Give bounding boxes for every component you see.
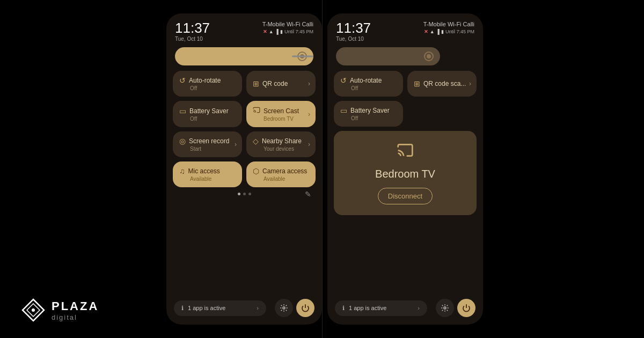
cast-icon xyxy=(253,106,260,115)
camera-icon: ⬡ xyxy=(253,167,259,175)
pill-arrow-left: › xyxy=(257,305,259,311)
svg-point-1 xyxy=(283,307,285,309)
right-qr-icon: ⊞ xyxy=(414,79,420,88)
logo-brand-text: PLAZA xyxy=(52,299,99,313)
tiles-row-4: ♫ Mic access Available ⬡ Camera access A… xyxy=(173,161,316,187)
tile-nearby-share[interactable]: ◇ Nearby Share Your devices › xyxy=(246,131,316,157)
battery-saver-label: Battery Saver xyxy=(189,107,229,115)
cast-label: Screen Cast xyxy=(264,107,299,115)
wifi-icon: ▲ xyxy=(269,29,274,34)
mic-icon: ♫ xyxy=(179,167,185,175)
record-label: Screen record xyxy=(189,137,229,145)
cast-popup: Bedroom TV Disconnect xyxy=(334,131,477,215)
cast-popup-icon xyxy=(397,142,414,163)
right-tiles-grid: ↺ Auto-rotate Off ⊞ QR code sca... › xyxy=(327,71,483,127)
tile-auto-rotate[interactable]: ↺ Auto-rotate Off xyxy=(173,71,242,97)
plaza-logo-icon xyxy=(21,298,45,322)
main-container: 11:37 Tue, Oct 10 T-Mobile Wi-Fi Calli ✕… xyxy=(0,0,644,338)
record-sublabel: Start xyxy=(179,146,236,152)
right-tiles-row-1: ↺ Auto-rotate Off ⊞ QR code sca... › xyxy=(334,71,477,97)
record-icon: ◎ xyxy=(179,137,186,145)
tile-screen-record[interactable]: ◎ Screen record Start › xyxy=(173,131,242,157)
right-battery-saver-icon: ▭ xyxy=(340,106,347,115)
right-tiles-row-2: ▭ Battery Saver Off xyxy=(334,101,477,127)
tiles-row-3: ◎ Screen record Start › ◇ Nearby Share Y… xyxy=(173,131,316,157)
right-info-icon: ℹ xyxy=(342,305,345,312)
tile-auto-rotate-header: ↺ Auto-rotate xyxy=(179,76,236,85)
left-date: Tue, Oct 10 xyxy=(175,36,210,42)
battery-until-right: Until 7:45 PM xyxy=(445,29,474,34)
nearby-sublabel: Your devices xyxy=(253,146,309,152)
disconnect-button[interactable]: Disconnect xyxy=(378,188,433,204)
signal-icon: ▐ xyxy=(275,29,279,34)
tile-battery-header: ▭ Battery Saver xyxy=(179,107,236,115)
edit-icon[interactable]: ✎ xyxy=(305,190,311,199)
left-status-bar: 11:37 Tue, Oct 10 T-Mobile Wi-Fi Calli ✕… xyxy=(166,13,322,45)
logo-area: PLAZA digital xyxy=(21,298,99,322)
tile-mic-access[interactable]: ♫ Mic access Available xyxy=(173,161,242,187)
cast-arrow: › xyxy=(308,111,310,118)
right-tile-battery-header: ▭ Battery Saver xyxy=(340,106,397,115)
left-status-icons: ✕ ▲ ▐ ▮ Until 7:45 PM xyxy=(263,29,313,34)
cast-device-name: Bedroom TV xyxy=(375,168,435,180)
tile-camera-access[interactable]: ⬡ Camera access Available xyxy=(246,161,316,187)
right-tile-battery-saver[interactable]: ▭ Battery Saver Off xyxy=(334,101,403,127)
right-carrier: T-Mobile Wi-Fi Calli xyxy=(423,21,474,27)
right-tile-auto-rotate[interactable]: ↺ Auto-rotate Off xyxy=(334,71,403,97)
left-carrier: T-Mobile Wi-Fi Calli xyxy=(262,21,313,27)
logo-text-group: PLAZA digital xyxy=(52,299,99,321)
right-battery-saver-sublabel: Off xyxy=(340,115,397,121)
right-brightness-icon xyxy=(424,52,434,61)
right-auto-rotate-sublabel: Off xyxy=(340,85,397,91)
tile-mic-header: ♫ Mic access xyxy=(179,167,236,175)
left-settings-btn[interactable] xyxy=(275,299,293,317)
no-signal-icon: ✕ xyxy=(263,29,267,34)
pill-arrow-right: › xyxy=(418,305,420,311)
right-date: Tue, Oct 10 xyxy=(336,36,371,42)
left-power-btn[interactable] xyxy=(296,299,314,317)
right-battery-saver-label: Battery Saver xyxy=(350,107,390,114)
right-active-app-pill[interactable]: ℹ 1 app is active › xyxy=(335,300,427,316)
right-brightness-slider[interactable] xyxy=(336,47,440,65)
auto-rotate-label: Auto-rotate xyxy=(189,77,221,84)
left-phone-panel: 11:37 Tue, Oct 10 T-Mobile Wi-Fi Calli ✕… xyxy=(166,13,322,325)
right-bottom-bar: ℹ 1 app is active › xyxy=(327,299,483,317)
tile-screen-cast[interactable]: Screen Cast Bedroom TV › xyxy=(246,101,316,127)
right-tile-qr-code[interactable]: ⊞ QR code sca... › xyxy=(407,71,477,97)
battery-saver-icon: ▭ xyxy=(179,107,186,115)
right-qr-arrow: › xyxy=(469,80,471,87)
active-app-text-left: 1 app is active xyxy=(188,305,252,311)
left-active-app-pill[interactable]: ℹ 1 app is active › xyxy=(174,300,266,316)
left-tiles-grid: ↺ Auto-rotate Off ⊞ QR code › xyxy=(166,71,322,187)
nearby-label: Nearby Share xyxy=(262,137,302,145)
center-divider xyxy=(322,0,323,338)
right-qr-label: QR code sca... xyxy=(423,80,466,87)
svg-point-4 xyxy=(444,307,446,309)
tiles-row-2: ▭ Battery Saver Off Screen Cast Bedroom … xyxy=(173,101,316,127)
qr-icon: ⊞ xyxy=(253,79,259,88)
cast-sublabel: Bedroom TV xyxy=(253,116,309,122)
dot-1 xyxy=(238,193,240,195)
right-no-signal-icon: ✕ xyxy=(424,29,428,34)
right-brightness-row xyxy=(327,45,483,71)
tile-qr-code[interactable]: ⊞ QR code › xyxy=(246,71,316,97)
tile-nearby-header: ◇ Nearby Share xyxy=(253,137,309,145)
mic-sublabel: Available xyxy=(179,176,236,182)
camera-label: Camera access xyxy=(262,167,307,175)
right-power-btn[interactable] xyxy=(457,299,475,317)
rotate-icon: ↺ xyxy=(179,76,186,85)
tile-battery-saver[interactable]: ▭ Battery Saver Off xyxy=(173,101,242,127)
right-signal-icon: ▐ xyxy=(436,29,440,34)
left-brightness-slider[interactable] xyxy=(175,47,313,65)
right-tile-auto-rotate-header: ↺ Auto-rotate xyxy=(340,76,397,85)
gear-icon-left xyxy=(280,304,288,312)
qr-label: QR code xyxy=(262,80,288,87)
right-status-bar: 11:37 Tue, Oct 10 T-Mobile Wi-Fi Calli ✕… xyxy=(327,13,483,45)
right-settings-btn[interactable] xyxy=(436,299,454,317)
logo-sub-text: digital xyxy=(52,313,99,321)
svg-point-8 xyxy=(32,308,35,312)
right-wifi-icon: ▲ xyxy=(430,29,435,34)
active-app-text-right: 1 app is active xyxy=(349,305,413,311)
left-brightness-row xyxy=(166,45,322,71)
tile-record-header: ◎ Screen record xyxy=(179,137,236,145)
